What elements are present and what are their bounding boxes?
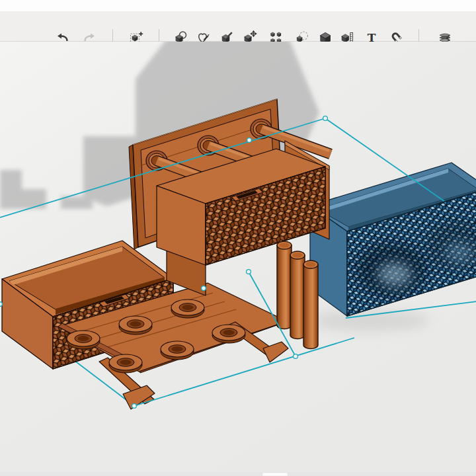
pin-cylinder[interactable]: [277, 241, 292, 329]
ground-shadow: [311, 310, 430, 331]
main-toolbar: T: [0, 11, 476, 42]
pin-cylinder[interactable]: [303, 260, 318, 349]
bottom-edge-strip: [0, 472, 476, 476]
pin-cylinder[interactable]: [290, 251, 305, 339]
selection-handle[interactable]: [132, 404, 137, 409]
selection-handle[interactable]: [0, 302, 2, 307]
window-top-gap: [0, 0, 476, 11]
selection-handle[interactable]: [202, 286, 206, 291]
selection-handle[interactable]: [247, 270, 251, 274]
selection-handle[interactable]: [323, 116, 328, 121]
3d-viewport[interactable]: [0, 42, 476, 476]
selection-handle[interactable]: [247, 138, 252, 143]
selection-handle[interactable]: [294, 354, 298, 359]
scene-canvas[interactable]: [0, 42, 476, 476]
